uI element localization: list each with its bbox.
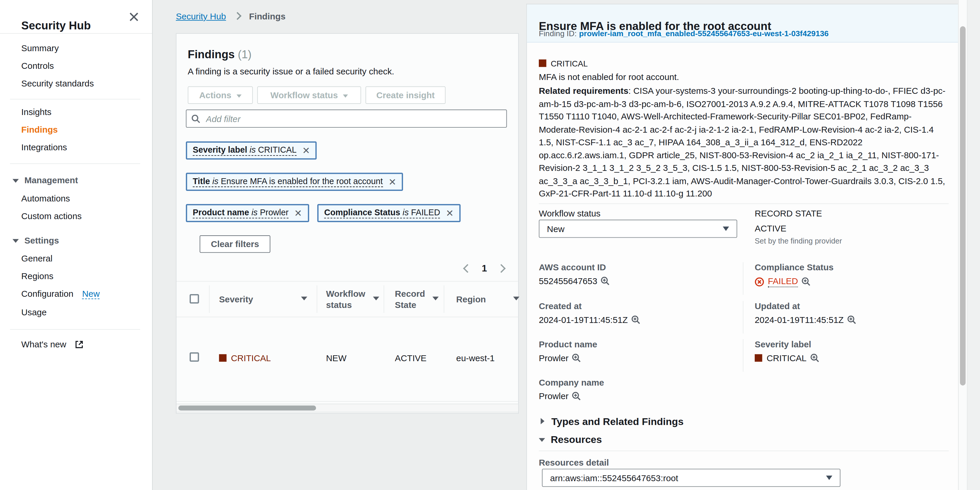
zoom-in-icon[interactable]	[572, 392, 581, 401]
workflow-status-button[interactable]: Workflow status	[257, 86, 361, 104]
related-requirements-label: Related requirements	[539, 86, 628, 95]
close-icon[interactable]	[129, 12, 139, 22]
security-hub-console: Security Hub Summary Controls Security s…	[0, 0, 980, 490]
filter-chip-text[interactable]: Compliance Status is FAILED	[324, 208, 440, 218]
clear-filters-button[interactable]: Clear filters	[200, 235, 270, 253]
column-header-severity[interactable]: Severity	[219, 294, 253, 305]
findings-title-text: Findings	[188, 48, 235, 61]
sidebar-item-integrations[interactable]: Integrations	[21, 142, 67, 152]
section-resources[interactable]: Resources	[539, 434, 602, 445]
sidebar-item-summary[interactable]: Summary	[21, 43, 59, 53]
filter-caret-icon[interactable]	[301, 297, 307, 301]
section-divider	[539, 204, 949, 204]
filter-chip-title: Title is Ensure MFA is enabled for the r…	[186, 173, 403, 191]
column-header-record-state[interactable]: Record State	[395, 288, 433, 310]
filter-caret-icon[interactable]	[432, 297, 439, 301]
sidebar-item-controls[interactable]: Controls	[21, 60, 54, 71]
field-label: Severity label	[755, 339, 942, 349]
previous-page-icon[interactable]	[463, 264, 472, 273]
finding-id-link[interactable]: prowler-iam_root_mfa_enabled-55245564765…	[579, 29, 829, 38]
row-region-cell: eu-west-1	[456, 353, 495, 363]
filter-caret-icon[interactable]	[513, 297, 519, 301]
filter-caret-icon[interactable]	[373, 297, 379, 301]
field-product-name: Product name Prowler	[539, 339, 739, 363]
resources-detail-select[interactable]: arn:aws:iam::552455647653:root	[542, 469, 841, 487]
sidebar-item-insights[interactable]: Insights	[21, 107, 51, 117]
zoom-in-icon[interactable]	[810, 353, 819, 362]
sidebar-group-label: Management	[24, 175, 78, 185]
chevron-down-icon	[13, 239, 19, 243]
sidebar-group-management[interactable]: Management	[13, 175, 78, 185]
field-compliance-status: Compliance Status FAILED	[755, 262, 942, 287]
section-label: Resources	[550, 434, 602, 445]
vertical-scrollbar-thumb[interactable]	[960, 26, 966, 385]
chevron-down-icon	[237, 94, 242, 98]
field-column-divider	[743, 339, 743, 372]
zoom-in-icon[interactable]	[847, 315, 856, 324]
sidebar-item-configuration[interactable]: Configuration	[21, 288, 73, 299]
workflow-status-button-label: Workflow status	[270, 90, 338, 100]
sidebar-item-automations[interactable]: Automations	[21, 193, 70, 203]
column-header-workflow-status[interactable]: Workflow status	[326, 288, 371, 310]
column-divider	[383, 285, 384, 313]
row-severity-cell: CRITICAL	[219, 353, 271, 363]
remove-filter-icon[interactable]: ✕	[294, 208, 302, 218]
sidebar-item-usage[interactable]: Usage	[21, 307, 46, 317]
sidebar-item-security-standards[interactable]: Security standards	[21, 78, 94, 88]
create-insight-button[interactable]: Create insight	[366, 86, 445, 104]
finding-summary: MFA is not enabled for root account.	[539, 72, 679, 82]
field-label: Company name	[539, 377, 739, 387]
filter-input[interactable]	[205, 113, 501, 124]
sidebar-group-settings[interactable]: Settings	[13, 235, 59, 245]
actions-button-label: Actions	[199, 90, 231, 100]
zoom-in-icon[interactable]	[572, 353, 581, 362]
zoom-in-icon[interactable]	[601, 277, 610, 285]
sidebar-item-general[interactable]: General	[21, 253, 52, 264]
row-checkbox[interactable]	[190, 352, 199, 362]
remove-filter-icon[interactable]: ✕	[388, 177, 396, 186]
field-column-divider	[743, 301, 743, 334]
section-types-and-related-findings[interactable]: Types and Related Findings	[541, 416, 684, 427]
zoom-in-icon[interactable]	[802, 277, 811, 286]
actions-button[interactable]: Actions	[188, 86, 253, 104]
field-aws-account-id: AWS account ID 552455647653	[539, 262, 739, 286]
chevron-down-icon	[826, 476, 832, 480]
section-label: Types and Related Findings	[552, 416, 684, 427]
horizontal-scrollbar-thumb[interactable]	[178, 406, 316, 410]
breadcrumb-security-hub[interactable]: Security Hub	[176, 11, 226, 21]
column-divider	[317, 285, 317, 313]
filter-chip-text[interactable]: Product name is Prowler	[192, 208, 288, 218]
sidebar-item-regions[interactable]: Regions	[21, 271, 53, 281]
filter-chip-text[interactable]: Severity label is CRITICAL	[192, 145, 296, 156]
filter-chip-product: Product name is Prowler ✕	[186, 204, 309, 222]
row-workflow-cell: NEW	[326, 353, 347, 363]
related-requirements-text: : CISA your-systems-3 your-surroundings-…	[539, 86, 945, 198]
page-number[interactable]: 1	[482, 263, 487, 274]
right-margin	[968, 0, 980, 490]
resources-detail-value: arn:aws:iam::552455647653:root	[550, 473, 678, 483]
field-value[interactable]: FAILED	[768, 276, 798, 287]
remove-filter-icon[interactable]: ✕	[302, 146, 310, 155]
field-label: Product name	[539, 339, 739, 349]
select-all-checkbox[interactable]	[190, 294, 199, 304]
severity-square-icon	[219, 354, 227, 362]
filter-chip-text[interactable]: Title is Ensure MFA is enabled for the r…	[192, 177, 383, 187]
create-insight-button-label: Create insight	[376, 90, 435, 100]
table-row[interactable]: CRITICAL NEW ACTIVE eu-west-1	[177, 316, 518, 401]
workflow-status-select[interactable]: New	[539, 220, 737, 238]
next-page-icon[interactable]	[497, 264, 506, 273]
new-badge[interactable]: New	[82, 288, 100, 299]
remove-filter-icon[interactable]: ✕	[446, 208, 454, 218]
sidebar-item-custom-actions[interactable]: Custom actions	[21, 211, 81, 221]
zoom-in-icon[interactable]	[632, 315, 640, 324]
sidebar-item-findings[interactable]: Findings	[21, 124, 58, 134]
column-header-region[interactable]: Region	[456, 294, 486, 305]
field-value: Prowler	[539, 391, 568, 401]
sidebar-item-configuration-row: ConfigurationNew	[21, 288, 100, 299]
sidebar-item-whats-new[interactable]: What's new	[21, 339, 66, 349]
severity-value: CRITICAL	[231, 353, 271, 363]
chevron-right-icon	[234, 12, 242, 20]
sidebar-divider	[10, 99, 140, 99]
field-value: Prowler	[539, 353, 568, 363]
field-value: 552455647653	[539, 276, 597, 286]
